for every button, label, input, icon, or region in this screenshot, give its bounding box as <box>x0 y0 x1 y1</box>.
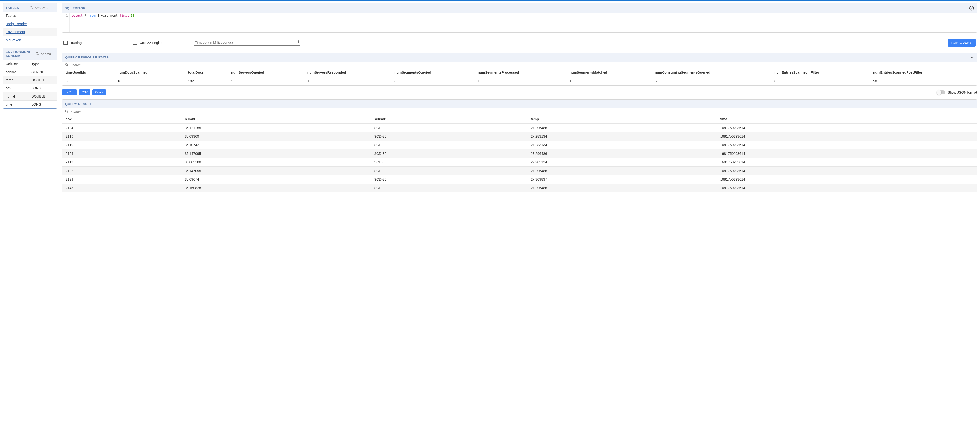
stepper-icon[interactable]: ▴▾ <box>298 40 299 43</box>
stats-cell: 1 <box>566 77 651 86</box>
schema-search-input[interactable] <box>41 52 54 56</box>
table-link[interactable]: Environment <box>6 30 25 34</box>
stats-header[interactable]: QUERY RESPONSE STATS <box>62 53 977 62</box>
sql-editor-header: SQL EDITOR <box>62 3 977 13</box>
result-row[interactable]: 211035.10742SCD-3027.2831341681750293614 <box>62 141 977 149</box>
stats-column-header[interactable]: timeUsedMs <box>62 68 114 77</box>
stats-column-header[interactable]: numServersQueried <box>228 68 304 77</box>
sql-editor-panel: SQL EDITOR 1 select * from Environment l… <box>62 3 977 33</box>
schema-search[interactable] <box>35 52 54 56</box>
stats-column-header[interactable]: numServersResponded <box>304 68 391 77</box>
schema-type-cell: DOUBLE <box>29 92 57 100</box>
result-column-header[interactable]: temp <box>527 115 717 124</box>
result-cell: 35.09674 <box>181 175 371 184</box>
result-column-header[interactable]: sensor <box>371 115 527 124</box>
result-cell: 27.296486 <box>527 167 717 175</box>
tracing-checkbox[interactable]: Tracing <box>64 41 81 45</box>
schema-column-cell: time <box>3 100 29 108</box>
result-cell: 2110 <box>62 141 181 149</box>
v2engine-checkbox[interactable]: Use V2 Engine <box>133 41 162 45</box>
stats-column-header[interactable]: numSegmentsProcessed <box>474 68 566 77</box>
table-list-item[interactable]: BadgeReader <box>3 20 57 28</box>
chevron-up-icon[interactable] <box>970 102 974 106</box>
result-column-header[interactable]: time <box>717 115 977 124</box>
stats-column-header[interactable]: numConsumingSegmentsQueried <box>651 68 771 77</box>
result-cell: 27.283134 <box>527 158 717 167</box>
run-query-button[interactable]: RUN QUERY <box>948 38 975 47</box>
tables-panel-header: TABLES <box>3 3 57 12</box>
stats-column-header[interactable]: numDocsScanned <box>114 68 185 77</box>
stats-column-header[interactable]: totalDocs <box>185 68 228 77</box>
result-row[interactable]: 211635.09369SCD-3027.2831341681750293614 <box>62 132 977 141</box>
table-list-item[interactable]: Environment <box>3 28 57 36</box>
stats-cell: 50 <box>870 77 977 86</box>
result-header[interactable]: QUERY RESULT <box>62 100 977 108</box>
result-search[interactable] <box>62 108 977 115</box>
toggle-switch-icon[interactable] <box>937 91 945 94</box>
stats-row: 810102116116050 <box>62 77 977 86</box>
checkbox-icon <box>133 41 137 45</box>
schema-type-cell: LONG <box>29 100 57 108</box>
result-cell: SCD-30 <box>371 184 527 192</box>
checkbox-icon <box>64 41 68 45</box>
result-row[interactable]: 212335.09674SCD-3027.3098371681750293614 <box>62 175 977 184</box>
line-gutter: 1 <box>62 13 70 32</box>
result-cell: 35.121155 <box>181 124 371 132</box>
json-toggle[interactable]: Show JSON format <box>937 91 977 94</box>
stats-cell: 1 <box>304 77 391 86</box>
copy-button[interactable]: COPY <box>92 89 106 95</box>
tracing-label: Tracing <box>70 41 81 45</box>
table-link[interactable]: BadgeReader <box>6 22 27 26</box>
stats-cell: 6 <box>391 77 474 86</box>
schema-column-cell: co2 <box>3 84 29 92</box>
result-search-input[interactable] <box>70 110 974 114</box>
right-column: SQL EDITOR 1 select * from Environment l… <box>62 3 977 192</box>
tables-search[interactable] <box>29 5 54 10</box>
search-icon <box>29 5 33 10</box>
stats-cell: 8 <box>62 77 114 86</box>
help-icon[interactable] <box>969 5 974 11</box>
tables-search-input[interactable] <box>35 6 54 10</box>
result-row[interactable]: 211935.005188SCD-3027.283134168175029361… <box>62 158 977 167</box>
csv-button[interactable]: CSV <box>79 89 91 95</box>
result-cell: 2143 <box>62 184 181 192</box>
code-editor[interactable]: 1 select * from Environment limit 10 <box>62 13 977 32</box>
stats-column-header[interactable]: numSegmentsQueried <box>391 68 474 77</box>
chevron-up-icon[interactable] <box>970 55 974 59</box>
result-row[interactable]: 213435.121155SCD-3027.296486168175029361… <box>62 124 977 132</box>
code-line[interactable]: select * from Environment limit 10 <box>70 13 136 32</box>
result-cell: SCD-30 <box>371 124 527 132</box>
result-row[interactable]: 214335.160828SCD-3027.296486168175029361… <box>62 184 977 192</box>
stats-search-input[interactable] <box>70 63 974 67</box>
schema-column-cell: sensor <box>3 68 29 76</box>
stats-column-header[interactable]: numSegmentsMatched <box>566 68 651 77</box>
schema-row: co2LONG <box>3 84 57 92</box>
result-column-header[interactable]: humid <box>181 115 371 124</box>
result-row[interactable]: 210635.147095SCD-3027.296486168175029361… <box>62 149 977 158</box>
stats-scroll[interactable]: timeUsedMsnumDocsScannedtotalDocsnumServ… <box>62 68 977 85</box>
stats-cell: 10 <box>114 77 185 86</box>
stats-cell: 1 <box>474 77 566 86</box>
table-list-item[interactable]: McBroken <box>3 36 57 44</box>
stats-search[interactable] <box>62 62 977 68</box>
schema-row: humidDOUBLE <box>3 92 57 100</box>
stats-cell: 6 <box>651 77 771 86</box>
schema-row: timeLONG <box>3 100 57 108</box>
result-cell: 1681750293614 <box>717 124 977 132</box>
excel-button[interactable]: EXCEL <box>62 89 77 95</box>
search-icon <box>35 52 40 56</box>
timeout-input[interactable]: Timeout (in Milliseconds) ▴▾ <box>194 40 300 46</box>
stats-cell: 1 <box>228 77 304 86</box>
result-column-header[interactable]: co2 <box>62 115 181 124</box>
result-cell: SCD-30 <box>371 149 527 158</box>
result-row[interactable]: 212235.147095SCD-3027.296486168175029361… <box>62 167 977 175</box>
stats-column-header[interactable]: numEntriesScannedPostFilter <box>870 68 977 77</box>
result-cell: 2123 <box>62 175 181 184</box>
table-link[interactable]: McBroken <box>6 38 21 42</box>
schema-type-header: Type <box>29 60 57 68</box>
result-cell: SCD-30 <box>371 167 527 175</box>
stats-column-header[interactable]: numEntriesScannedInFilter <box>771 68 870 77</box>
result-cell: SCD-30 <box>371 175 527 184</box>
schema-row: tempDOUBLE <box>3 76 57 84</box>
result-cell: 35.160828 <box>181 184 371 192</box>
